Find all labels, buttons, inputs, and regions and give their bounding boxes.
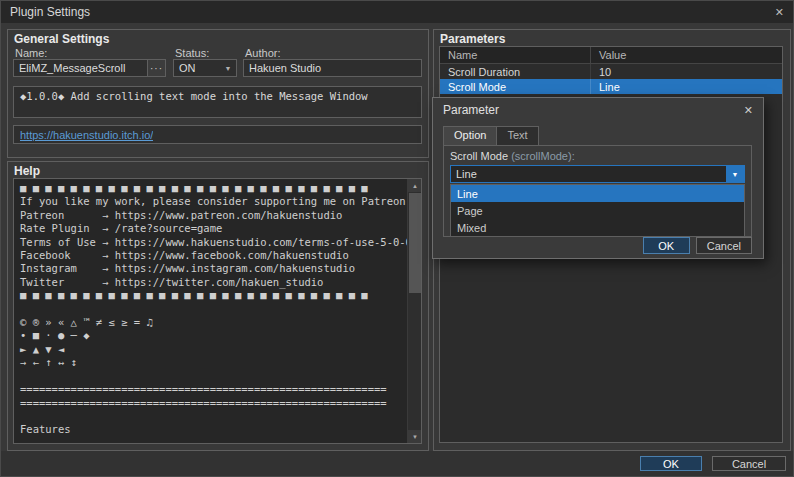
dialog-close-icon[interactable]: ✕: [744, 104, 753, 117]
author-input[interactable]: Hakuen Studio: [243, 59, 422, 77]
table-row[interactable]: Scroll Duration 10: [440, 64, 782, 79]
dropdown-option[interactable]: Line: [451, 185, 744, 202]
column-header-value[interactable]: Value: [590, 47, 782, 63]
parameters-title: Parameters: [440, 32, 505, 46]
status-value: ON: [174, 62, 220, 74]
status-dropdown[interactable]: ON ▼: [173, 59, 237, 77]
help-group: Help ■ ■ ■ ■ ■ ■ ■ ■ ■ ■ ■ ■ ■ ■ ■ ■ ■ ■…: [7, 161, 429, 451]
plugin-description-box: ◆1.0.0◆ Add scrolling text mode into the…: [13, 86, 422, 118]
scroll-mode-label: Scroll Mode (scrollMode):: [450, 150, 575, 162]
name-value: EliMZ_MessageScroll: [14, 62, 147, 74]
chevron-down-icon: ▼: [220, 60, 236, 76]
tab-text[interactable]: Text: [497, 126, 538, 145]
parameter-dialog: Parameter ✕ Option Text Scroll Mode (scr…: [432, 97, 764, 259]
help-textarea[interactable]: ■ ■ ■ ■ ■ ■ ■ ■ ■ ■ ■ ■ ■ ■ ■ ■ ■ ■ ■ ■ …: [13, 178, 422, 444]
scroll-mode-dropdown: Line Page Mixed: [450, 184, 745, 237]
dialog-tabs: Option Text: [443, 126, 539, 145]
dropdown-option[interactable]: Mixed: [451, 219, 744, 236]
param-name: Scroll Mode: [440, 79, 590, 94]
footer: OK Cancel: [1, 451, 793, 476]
author-label: Author:: [245, 47, 280, 59]
help-scrollbar[interactable]: ▲ ▼: [407, 179, 421, 443]
param-value: Line: [590, 79, 782, 94]
table-header: Name Value: [440, 47, 782, 64]
help-text: ■ ■ ■ ■ ■ ■ ■ ■ ■ ■ ■ ■ ■ ■ ■ ■ ■ ■ ■ ■ …: [14, 179, 421, 443]
table-row[interactable]: Scroll Mode Line: [440, 79, 782, 94]
help-title: Help: [14, 164, 40, 178]
plugin-link[interactable]: https://hakuenstudio.itch.io/: [20, 129, 153, 141]
dialog-ok-button[interactable]: OK: [643, 237, 690, 254]
field-hint: (scrollMode):: [511, 150, 575, 162]
dropdown-option[interactable]: Page: [451, 202, 744, 219]
general-settings-group: General Settings Name: EliMZ_MessageScro…: [7, 29, 429, 158]
general-settings-title: General Settings: [14, 32, 109, 46]
close-icon[interactable]: ✕: [758, 1, 784, 23]
combo-value: Line: [451, 168, 726, 180]
author-value: Hakuen Studio: [244, 62, 421, 74]
dialog-buttons: OK Cancel: [643, 237, 752, 254]
plugin-link-box: https://hakuenstudio.itch.io/: [13, 125, 422, 144]
dialog-cancel-button[interactable]: Cancel: [696, 237, 752, 254]
column-header-name[interactable]: Name: [440, 47, 590, 63]
scroll-up-button[interactable]: ▲: [408, 179, 422, 192]
browse-button[interactable]: ···: [147, 60, 165, 76]
param-value: 10: [590, 64, 782, 79]
cancel-button[interactable]: Cancel: [712, 456, 786, 471]
scroll-mode-combobox[interactable]: Line ▼: [450, 165, 745, 183]
dialog-titlebar[interactable]: Parameter ✕: [433, 98, 763, 122]
scrollbar-thumb[interactable]: [409, 193, 421, 293]
dialog-title: Parameter: [443, 103, 499, 117]
window-title: Plugin Settings: [10, 5, 90, 19]
plugin-settings-window: Plugin Settings ✕ General Settings Name:…: [0, 0, 794, 477]
option-tab-panel: Scroll Mode (scrollMode): Line ▼ Line Pa…: [443, 145, 752, 237]
field-label-text: Scroll Mode: [450, 150, 508, 162]
ok-button[interactable]: OK: [640, 456, 702, 471]
tab-option[interactable]: Option: [443, 126, 497, 145]
chevron-down-icon[interactable]: ▼: [726, 166, 744, 182]
name-label: Name:: [15, 47, 47, 59]
param-name: Scroll Duration: [440, 64, 590, 79]
status-label: Status:: [175, 47, 209, 59]
plugin-description: ◆1.0.0◆ Add scrolling text mode into the…: [20, 90, 368, 102]
scroll-down-button[interactable]: ▼: [408, 430, 422, 443]
name-input[interactable]: EliMZ_MessageScroll ···: [13, 59, 166, 77]
titlebar[interactable]: Plugin Settings ✕: [1, 1, 793, 23]
